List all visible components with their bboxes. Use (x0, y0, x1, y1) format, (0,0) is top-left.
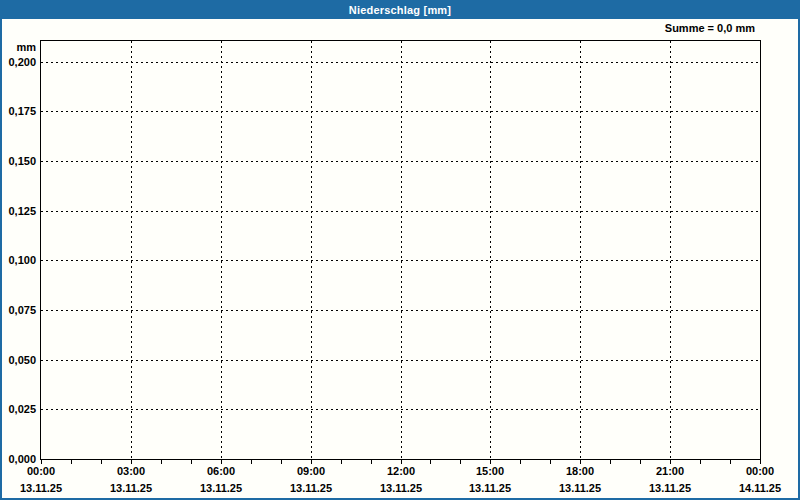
x-axis-tick (161, 460, 162, 464)
x-gridline (580, 41, 581, 459)
x-axis-tick (460, 460, 461, 464)
x-axis-tick (670, 460, 671, 464)
title-bar: Niederschlag [mm] (0, 0, 800, 19)
chart-title: Niederschlag [mm] (349, 4, 451, 16)
x-tick-time-label: 12:00 (387, 465, 415, 477)
x-tick-time-label: 00:00 (746, 465, 774, 477)
x-axis-tick (281, 460, 282, 464)
x-axis-tick (490, 460, 491, 464)
plot-area (40, 40, 761, 460)
x-tick-time-label: 18:00 (566, 465, 594, 477)
y-tick-label: 0,200 (0, 56, 36, 68)
x-tick-date-label: 13.11.25 (649, 482, 691, 494)
x-axis-tick (730, 460, 731, 464)
x-tick-date-label: 13.11.25 (200, 482, 242, 494)
y-tick-label: 0,125 (0, 205, 36, 217)
x-gridline (311, 41, 312, 459)
y-tick-label: 0,000 (0, 453, 36, 465)
y-tick-label: 0,100 (0, 254, 36, 266)
x-axis-tick (311, 460, 312, 464)
y-tick-label: 0,025 (0, 403, 36, 415)
x-tick-time-label: 00:00 (27, 465, 55, 477)
x-axis-tick (610, 460, 611, 464)
x-tick-time-label: 21:00 (656, 465, 684, 477)
x-tick-date-label: 13.11.25 (290, 482, 332, 494)
x-tick-time-label: 15:00 (476, 465, 504, 477)
x-tick-time-label: 03:00 (117, 465, 145, 477)
x-axis-tick (191, 460, 192, 464)
x-axis-tick (760, 460, 761, 464)
x-axis-tick (640, 460, 641, 464)
y-tick-label: 0,175 (0, 105, 36, 117)
x-axis-tick (430, 460, 431, 464)
x-tick-time-label: 06:00 (207, 465, 235, 477)
x-axis-tick (520, 460, 521, 464)
x-axis-tick (550, 460, 551, 464)
x-axis-tick (580, 460, 581, 464)
sum-annotation: Summe = 0,0 mm (665, 22, 755, 34)
x-tick-date-label: 13.11.25 (559, 482, 601, 494)
x-gridline (401, 41, 402, 459)
x-gridline (670, 41, 671, 459)
x-gridline (490, 41, 491, 459)
x-axis-tick (101, 460, 102, 464)
x-tick-date-label: 14.11.25 (739, 482, 781, 494)
x-axis-tick (371, 460, 372, 464)
x-gridline (131, 41, 132, 459)
x-axis-tick (131, 460, 132, 464)
y-tick-label: 0,075 (0, 304, 36, 316)
x-tick-date-label: 13.11.25 (20, 482, 62, 494)
x-axis-tick (71, 460, 72, 464)
x-axis-tick (221, 460, 222, 464)
y-tick-label: 0,050 (0, 354, 36, 366)
x-axis-tick (41, 460, 42, 464)
x-tick-time-label: 09:00 (297, 465, 325, 477)
x-axis-tick (401, 460, 402, 464)
x-axis-tick (341, 460, 342, 464)
y-axis-unit-label: mm (0, 41, 36, 53)
x-tick-date-label: 13.11.25 (469, 482, 511, 494)
chart-window: Niederschlag [mm] Summe = 0,0 mm mm 0,00… (0, 0, 800, 500)
x-tick-date-label: 13.11.25 (110, 482, 152, 494)
x-axis-tick (251, 460, 252, 464)
x-gridline (221, 41, 222, 459)
x-axis-tick (700, 460, 701, 464)
y-tick-label: 0,150 (0, 155, 36, 167)
x-tick-date-label: 13.11.25 (380, 482, 422, 494)
